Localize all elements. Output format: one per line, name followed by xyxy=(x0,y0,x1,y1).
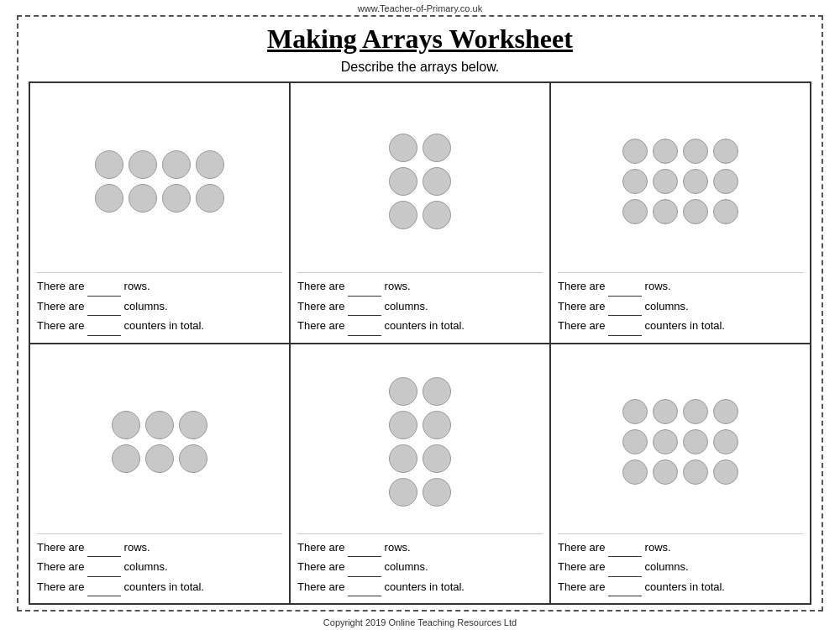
dot xyxy=(389,377,417,406)
dot-array-5 xyxy=(297,351,543,533)
dot xyxy=(622,169,648,194)
dot-array-3 xyxy=(558,90,803,272)
dot xyxy=(713,199,738,224)
dot xyxy=(129,184,157,213)
dot xyxy=(713,429,738,454)
dot xyxy=(389,167,417,196)
cell-text-6: There are rows.There are columns.There a… xyxy=(558,533,803,596)
dot xyxy=(389,134,417,162)
answer-blank xyxy=(608,596,642,596)
dot xyxy=(622,399,648,424)
dot xyxy=(162,150,191,179)
dot xyxy=(389,478,417,507)
cell-text-3: There are rows.There are columns.There a… xyxy=(558,272,803,335)
dot xyxy=(423,201,451,229)
dot xyxy=(713,399,738,424)
dot xyxy=(423,444,451,473)
dot xyxy=(683,139,708,164)
cell-text-5: There are rows.There are columns.There a… xyxy=(297,533,543,596)
dot xyxy=(683,169,708,194)
dot xyxy=(622,429,648,454)
dot xyxy=(129,150,157,179)
dot xyxy=(653,139,678,164)
dot xyxy=(653,429,678,454)
array-cell-1: There are rows.There are columns.There a… xyxy=(29,82,290,344)
dot xyxy=(145,444,174,473)
dot xyxy=(196,150,224,179)
answer-blank xyxy=(608,335,642,336)
dot xyxy=(179,411,207,439)
dot xyxy=(95,150,123,179)
page-title: Making Arrays Worksheet xyxy=(29,24,811,55)
dot xyxy=(653,399,678,424)
worksheet-container: Making Arrays Worksheet Describe the arr… xyxy=(17,15,823,612)
dot-array-2 xyxy=(297,90,543,272)
dot xyxy=(653,199,678,224)
dot xyxy=(653,169,678,194)
cell-text-1: There are rows.There are columns.There a… xyxy=(37,272,282,335)
dot xyxy=(653,459,678,485)
array-cell-5: There are rows.There are columns.There a… xyxy=(290,344,550,605)
dot xyxy=(95,184,123,213)
dot xyxy=(112,411,140,439)
dot xyxy=(622,459,648,485)
dot xyxy=(162,184,191,213)
dot xyxy=(713,139,738,164)
dot xyxy=(423,167,451,196)
cell-text-2: There are rows.There are columns.There a… xyxy=(297,272,543,335)
dot-array-4 xyxy=(37,351,282,533)
answer-blank xyxy=(348,596,381,596)
dot-array-1 xyxy=(37,90,282,272)
cell-text-4: There are rows.There are columns.There a… xyxy=(37,533,282,596)
dot xyxy=(683,399,708,424)
dot xyxy=(423,377,451,406)
answer-blank xyxy=(87,335,121,336)
website-url: www.Teacher-of-Primary.co.uk xyxy=(358,0,482,15)
dot xyxy=(112,444,140,473)
array-grid: There are rows.There are columns.There a… xyxy=(29,81,811,605)
dot xyxy=(389,411,417,439)
array-cell-2: There are rows.There are columns.There a… xyxy=(290,82,550,344)
array-cell-3: There are rows.There are columns.There a… xyxy=(550,82,811,344)
dot xyxy=(423,478,451,507)
dot xyxy=(683,199,708,224)
answer-blank xyxy=(87,596,121,596)
dot xyxy=(683,429,708,454)
dot xyxy=(683,459,708,485)
dot xyxy=(423,411,451,439)
dot xyxy=(423,134,451,162)
array-cell-4: There are rows.There are columns.There a… xyxy=(29,344,290,605)
dot xyxy=(622,199,648,224)
dot xyxy=(196,184,224,213)
array-cell-6: There are rows.There are columns.There a… xyxy=(550,344,811,605)
answer-blank xyxy=(348,335,381,336)
dot xyxy=(713,169,738,194)
dot xyxy=(713,459,738,485)
dot xyxy=(622,139,648,164)
dot xyxy=(389,444,417,473)
dot xyxy=(145,411,174,439)
footer: Copyright 2019 Online Teaching Resources… xyxy=(323,615,517,630)
subtitle: Describe the arrays below. xyxy=(29,60,811,75)
dot xyxy=(179,444,207,473)
dot-array-6 xyxy=(558,351,803,533)
dot xyxy=(389,201,417,229)
